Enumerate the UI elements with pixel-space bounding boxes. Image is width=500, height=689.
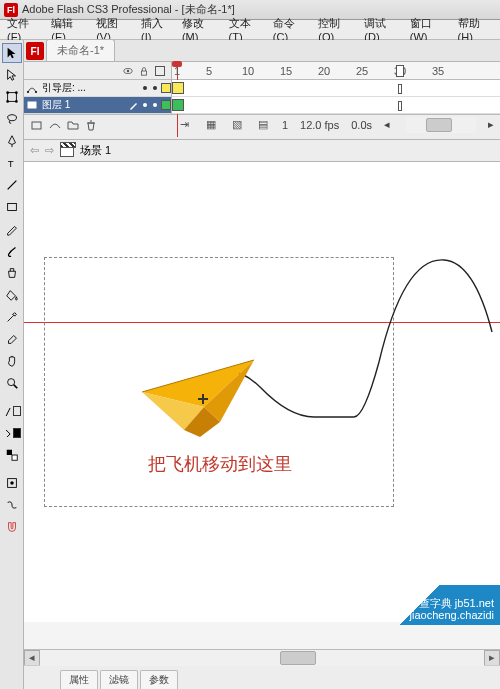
scroll-left-button[interactable]: ◂ <box>24 650 40 666</box>
svg-rect-16 <box>142 71 147 75</box>
onion-outline-icon[interactable]: ▧ <box>230 118 244 132</box>
svg-point-15 <box>127 69 130 72</box>
tab-parameters[interactable]: 参数 <box>140 670 178 689</box>
svg-point-13 <box>10 481 14 485</box>
brush-tool[interactable] <box>2 241 22 261</box>
ruler-tick: 20 <box>318 65 330 77</box>
color-options[interactable] <box>2 445 22 465</box>
pen-tool[interactable] <box>2 131 22 151</box>
svg-point-4 <box>15 100 18 103</box>
scroll-right-button[interactable]: ▸ <box>484 650 500 666</box>
layer-row-layer1[interactable]: 图层 1 <box>24 97 171 114</box>
free-transform-tool[interactable] <box>2 87 22 107</box>
end-keyframe[interactable] <box>398 101 402 111</box>
text-tool[interactable]: T <box>2 153 22 173</box>
paint-bucket-tool[interactable] <box>2 285 22 305</box>
guide-layer-icon <box>24 82 40 94</box>
watermark: 查字典 jb51.net jiaocheng.chazidi <box>340 585 500 625</box>
delete-layer-icon[interactable] <box>84 118 98 132</box>
layer-name: 引导层: ... <box>40 81 139 95</box>
pencil-active-icon <box>129 100 139 110</box>
frame-track-layer1[interactable] <box>172 97 500 114</box>
svg-point-8 <box>7 379 14 386</box>
layer-color-swatch[interactable] <box>161 83 171 93</box>
pencil-tool[interactable] <box>2 219 22 239</box>
back-arrow-icon[interactable]: ⇦ <box>30 144 39 157</box>
zoom-tool[interactable] <box>2 373 22 393</box>
svg-point-1 <box>6 91 9 94</box>
fill-color-swatch[interactable] <box>2 423 22 443</box>
selection-tool[interactable] <box>2 43 22 63</box>
tab-filters[interactable]: 滤镜 <box>100 670 138 689</box>
new-layer-icon[interactable] <box>30 118 44 132</box>
snap-option[interactable] <box>2 473 22 493</box>
tool-panel: T <box>0 40 24 689</box>
magnet-option[interactable] <box>2 517 22 537</box>
ruler-tick: 1 <box>174 65 180 77</box>
timeline-panel: 1 5 10 15 20 25 30 35 引导 <box>24 62 500 140</box>
timeline-ruler[interactable]: 1 5 10 15 20 25 30 35 <box>172 62 500 80</box>
onion-skin-icon[interactable]: ▦ <box>204 118 218 132</box>
center-frame-icon[interactable]: ⇥ <box>178 118 192 132</box>
horizontal-scrollbar[interactable]: ◂ ▸ <box>24 649 500 665</box>
rectangle-tool[interactable] <box>2 197 22 217</box>
svg-text:T: T <box>7 158 13 169</box>
tab-properties[interactable]: 属性 <box>60 670 98 689</box>
svg-point-3 <box>6 100 9 103</box>
layer-row-guide[interactable]: 引导层: ... <box>24 80 171 97</box>
outline-column-icon[interactable] <box>155 66 165 76</box>
layer-color-swatch[interactable] <box>161 100 171 110</box>
new-folder-icon[interactable] <box>66 118 80 132</box>
end-keyframe[interactable] <box>398 84 402 94</box>
flash-doc-icon: Fl <box>26 42 44 60</box>
document-tab[interactable]: 未命名-1* <box>46 39 115 61</box>
new-guide-layer-icon[interactable] <box>48 118 62 132</box>
eraser-tool[interactable] <box>2 329 22 349</box>
ruler-tick: 35 <box>432 65 444 77</box>
scene-name[interactable]: 场景 1 <box>80 143 111 158</box>
line-tool[interactable] <box>2 175 22 195</box>
keyframe[interactable] <box>172 99 184 111</box>
svg-rect-10 <box>6 450 11 455</box>
scroll-track[interactable] <box>40 650 484 666</box>
stage-area[interactable]: 把飞机移动到这里 查字典 jb51.net jiaocheng.chazidi <box>24 162 500 649</box>
scroll-thumb[interactable] <box>280 651 316 665</box>
subselection-tool[interactable] <box>2 65 22 85</box>
eyedropper-tool[interactable] <box>2 307 22 327</box>
svg-rect-7 <box>7 204 16 211</box>
svg-point-18 <box>35 91 37 93</box>
registration-point-icon <box>198 394 208 404</box>
watermark-line: 查字典 jb51.net <box>410 597 494 609</box>
ruler-tick: 10 <box>242 65 254 77</box>
lock-column-icon[interactable] <box>139 66 149 76</box>
ruler-tick: 15 <box>280 65 292 77</box>
end-frame-marker[interactable] <box>396 65 404 77</box>
svg-point-2 <box>15 91 18 94</box>
status-left-arrow[interactable]: ◂ <box>384 118 394 131</box>
eye-column-icon[interactable] <box>123 66 133 76</box>
bottom-panel-tabs: 属性 滤镜 参数 <box>24 665 500 689</box>
layer-icon <box>24 99 40 111</box>
svg-rect-11 <box>12 455 17 460</box>
stroke-color-swatch[interactable] <box>2 401 22 421</box>
status-right-arrow[interactable]: ▸ <box>488 118 494 131</box>
frame-track-guide[interactable] <box>172 80 500 97</box>
ruler-tick: 5 <box>206 65 212 77</box>
keyframe[interactable] <box>172 82 184 94</box>
smooth-option[interactable] <box>2 495 22 515</box>
edit-multiple-icon[interactable]: ▤ <box>256 118 270 132</box>
current-frame: 1 <box>282 119 288 131</box>
ink-bottle-tool[interactable] <box>2 263 22 283</box>
svg-rect-0 <box>7 93 16 102</box>
timeline-status-bar: ⇥ ▦ ▧ ▤ 1 12.0 fps 0.0s ◂ ▸ <box>24 114 500 134</box>
hand-tool[interactable] <box>2 351 22 371</box>
ruler-tick: 25 <box>356 65 368 77</box>
forward-arrow-icon[interactable]: ⇨ <box>45 144 54 157</box>
annotation-text: 把飞机移动到这里 <box>148 452 292 476</box>
svg-point-17 <box>27 91 29 93</box>
svg-line-6 <box>7 181 16 190</box>
document-tabs: Fl 未命名-1* <box>24 40 500 62</box>
frame-rate: 12.0 fps <box>300 119 339 131</box>
lasso-tool[interactable] <box>2 109 22 129</box>
elapsed-time: 0.0s <box>351 119 372 131</box>
